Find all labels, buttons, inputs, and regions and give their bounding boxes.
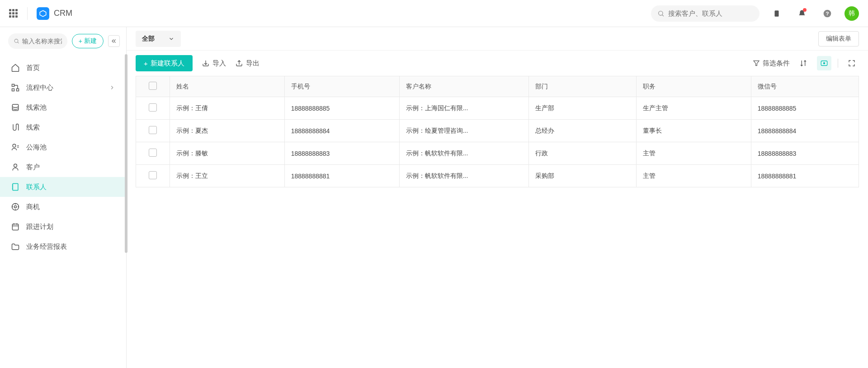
content-toolbar: + 新建联系人 导入 导出 筛选条件 <box>127 51 868 76</box>
column-header-dept[interactable]: 部门 <box>528 76 636 97</box>
sidebar-item-followup[interactable]: 跟进计划 <box>0 217 126 237</box>
select-all-checkbox[interactable] <box>149 82 157 90</box>
row-checkbox[interactable] <box>149 126 157 134</box>
cell-name: 示例：夏杰 <box>170 120 284 142</box>
fullscreen-button[interactable] <box>844 56 859 70</box>
sidebar-item-label: 联系人 <box>26 183 47 191</box>
notification-icon[interactable] <box>794 5 810 22</box>
collapse-sidebar-button[interactable] <box>108 35 120 47</box>
sidebar-item-label: 首页 <box>26 64 40 72</box>
svg-rect-9 <box>17 89 19 91</box>
logo-icon <box>37 7 49 20</box>
bookmark-icon[interactable] <box>769 5 785 22</box>
svg-marker-0 <box>40 10 46 17</box>
header-left: CRM <box>9 7 72 20</box>
cell-name: 示例：王倩 <box>170 97 284 120</box>
svg-rect-3 <box>775 10 779 17</box>
sidebar-item-leads-pool[interactable]: 线索池 <box>0 98 126 117</box>
sidebar-item-customer[interactable]: 客户 <box>0 157 126 177</box>
help-icon[interactable]: ? <box>819 5 835 22</box>
sidebar-nav: 首页 流程中心 线索池 线索 公海池 客户 <box>0 55 126 368</box>
apps-grid-icon[interactable] <box>9 9 18 18</box>
plus-icon: + <box>79 37 82 45</box>
cell-wechat: 18888888881 <box>751 165 859 187</box>
search-icon <box>14 37 19 45</box>
calendar-icon <box>11 222 20 231</box>
sidebar-item-label: 流程中心 <box>26 84 53 92</box>
toolbar-right: 筛选条件 <box>753 56 859 70</box>
logo-area[interactable]: CRM <box>27 7 72 20</box>
row-checkbox-cell <box>136 142 170 165</box>
leads-pool-icon <box>11 103 20 112</box>
leads-icon <box>11 123 20 132</box>
sidebar-item-label: 业务经营报表 <box>26 242 67 251</box>
sidebar-item-home[interactable]: 首页 <box>0 58 126 78</box>
table-header-row: 姓名 手机号 客户名称 部门 职务 微信号 <box>136 76 859 97</box>
cell-dept: 生产部 <box>528 97 636 120</box>
folder-icon <box>11 242 20 251</box>
import-button-label: 导入 <box>212 59 226 68</box>
top-header: CRM ? 韩 <box>0 0 868 27</box>
global-search-input[interactable] <box>668 9 753 17</box>
column-header-wechat[interactable]: 微信号 <box>751 76 859 97</box>
table-row[interactable]: 示例：王倩 18888888885 示例：上海国仁有限... 生产部 生产主管 … <box>136 97 859 120</box>
sidebar-item-report[interactable]: 业务经营报表 <box>0 237 126 256</box>
header-checkbox-cell <box>136 76 170 97</box>
content-area: 全部 编辑表单 + 新建联系人 导入 导出 <box>127 27 868 368</box>
sidebar-search[interactable] <box>8 33 67 49</box>
sidebar-item-contact[interactable]: 联系人 <box>0 177 126 197</box>
sidebar-item-flow[interactable]: 流程中心 <box>0 78 126 98</box>
import-button[interactable]: 导入 <box>202 59 226 68</box>
sidebar-item-opportunity[interactable]: 商机 <box>0 197 126 217</box>
new-contact-button-label: 新建联系人 <box>151 59 184 68</box>
cell-wechat: 18888888884 <box>751 120 859 142</box>
row-checkbox-cell <box>136 165 170 187</box>
column-header-position[interactable]: 职务 <box>636 76 751 97</box>
cell-phone: 18888888884 <box>284 120 399 142</box>
view-icon <box>820 59 828 67</box>
table-row[interactable]: 示例：王立 18888888881 示例：帆软软件有限... 采购部 主管 18… <box>136 165 859 187</box>
import-icon <box>202 59 210 67</box>
svg-rect-26 <box>12 224 18 230</box>
table-wrap: 姓名 手机号 客户名称 部门 职务 微信号 示例：王倩 18888888885 … <box>127 76 868 368</box>
cell-customer: 示例：帆软软件有限... <box>399 165 528 187</box>
new-contact-button[interactable]: + 新建联系人 <box>136 55 193 71</box>
export-button[interactable]: 导出 <box>235 59 259 68</box>
avatar[interactable]: 韩 <box>844 6 859 21</box>
column-header-customer[interactable]: 客户名称 <box>399 76 528 97</box>
new-button[interactable]: + 新建 <box>72 34 104 48</box>
sidebar-top: + 新建 <box>0 27 126 55</box>
opportunity-icon <box>11 202 20 211</box>
sidebar-item-sea-pool[interactable]: 公海池 <box>0 137 126 157</box>
sidebar-item-leads[interactable]: 线索 <box>0 117 126 137</box>
view-mode-button[interactable] <box>817 56 831 70</box>
chevron-down-icon <box>168 36 175 42</box>
flow-icon <box>11 83 20 92</box>
customer-icon <box>11 163 20 172</box>
edit-form-button[interactable]: 编辑表单 <box>818 31 859 47</box>
row-checkbox[interactable] <box>149 149 157 157</box>
table-row[interactable]: 示例：夏杰 18888888884 示例：绘夏管理咨询... 总经办 董事长 1… <box>136 120 859 142</box>
column-header-name[interactable]: 姓名 <box>170 76 284 97</box>
cell-dept: 行政 <box>528 142 636 165</box>
sidebar-search-input[interactable] <box>22 37 62 45</box>
filter-button[interactable]: 筛选条件 <box>753 59 790 68</box>
column-header-phone[interactable]: 手机号 <box>284 76 399 97</box>
row-checkbox[interactable] <box>149 103 157 112</box>
cell-customer: 示例：绘夏管理咨询... <box>399 120 528 142</box>
table-row[interactable]: 示例：滕敏 18888888883 示例：帆软软件有限... 行政 主管 188… <box>136 142 859 165</box>
svg-rect-8 <box>12 84 14 87</box>
notification-dot <box>803 8 807 12</box>
scrollbar[interactable] <box>125 54 127 253</box>
row-checkbox[interactable] <box>149 171 157 179</box>
filter-dropdown[interactable]: 全部 <box>136 31 181 47</box>
export-icon <box>235 59 243 67</box>
svg-point-14 <box>13 144 16 147</box>
cell-position: 主管 <box>636 142 751 165</box>
sort-button[interactable] <box>796 56 811 70</box>
row-checkbox-cell <box>136 120 170 142</box>
global-search[interactable] <box>651 5 760 22</box>
app-name: CRM <box>54 9 72 18</box>
row-checkbox-cell <box>136 97 170 120</box>
cell-dept: 采购部 <box>528 165 636 187</box>
